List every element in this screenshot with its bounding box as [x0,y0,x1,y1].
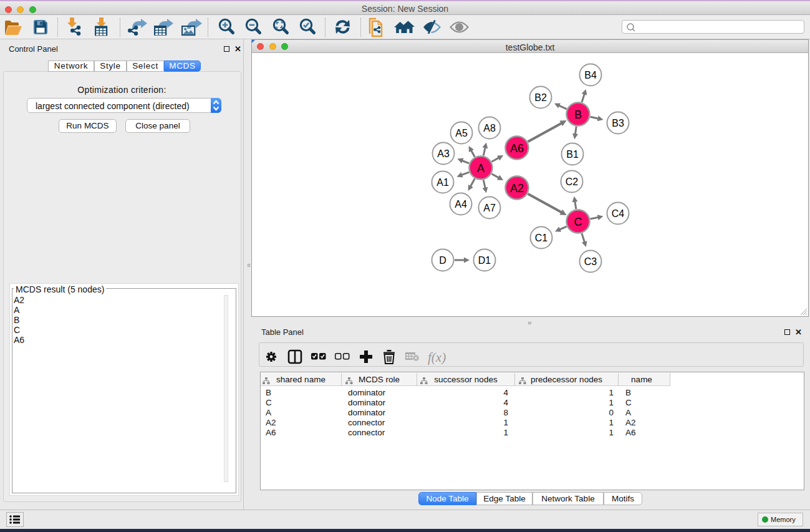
svg-text:A2: A2 [510,182,524,195]
svg-text:A6: A6 [510,142,524,155]
svg-text:A8: A8 [483,123,496,133]
svg-text:D1: D1 [478,255,491,266]
svg-text:A4: A4 [455,199,467,210]
svg-text:B: B [574,109,582,121]
svg-text:B1: B1 [566,149,579,160]
svg-text:C2: C2 [566,177,579,187]
svg-text:f(x): f(x) [428,350,446,365]
svg-text:C1: C1 [535,233,548,243]
svg-text:B4: B4 [584,70,597,80]
svg-text:A1: A1 [436,177,449,188]
svg-text:A5: A5 [455,128,468,138]
svg-text:A7: A7 [483,203,496,213]
svg-text:A: A [477,162,485,175]
svg-text:A3: A3 [437,148,450,159]
svg-text:B3: B3 [612,118,624,128]
svg-text:C4: C4 [612,208,625,219]
svg-text:B2: B2 [534,92,547,103]
svg-text:C3: C3 [584,256,597,267]
svg-text:C: C [574,216,582,228]
svg-text:D: D [439,255,446,266]
